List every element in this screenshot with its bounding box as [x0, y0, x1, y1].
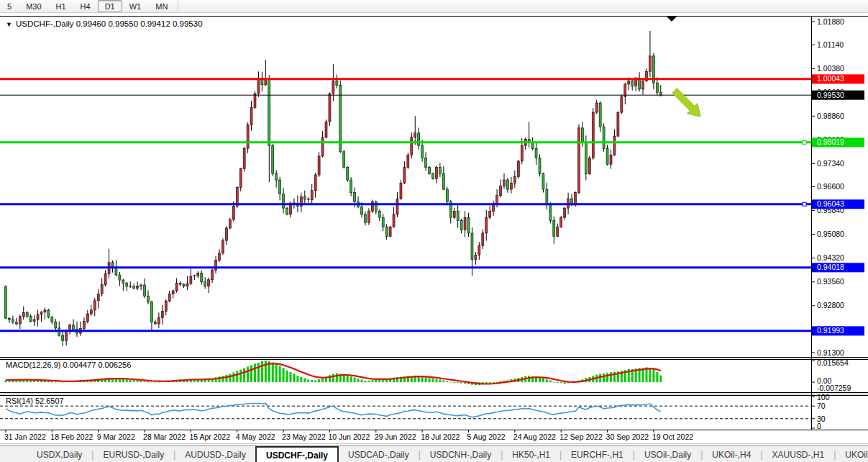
svg-text:70: 70 — [817, 402, 826, 410]
svg-text:0.99530: 0.99530 — [817, 91, 844, 99]
svg-text:0.93560: 0.93560 — [817, 277, 844, 286]
tab-usoil-daily[interactable]: USOil-,Daily — [635, 446, 700, 462]
rsi-label: RSI(14) 52.6507 — [6, 397, 64, 405]
svg-text:9 Mar 2022: 9 Mar 2022 — [97, 432, 135, 441]
tab-ukoil-h4[interactable]: UKOil-,H4 — [703, 446, 760, 462]
svg-text:0.95080: 0.95080 — [817, 230, 844, 238]
timeframe-button-w1[interactable]: W1 — [122, 0, 149, 12]
tab-usdcnh-daily[interactable]: USDCNH-,Daily — [421, 446, 501, 462]
svg-text:19 Oct 2022: 19 Oct 2022 — [652, 432, 693, 441]
svg-text:0: 0 — [817, 422, 821, 430]
timeframe-button-mn[interactable]: MN — [148, 0, 175, 12]
level-price-badge-0.94018: 0.94018 — [812, 263, 864, 272]
svg-text:0.91993: 0.91993 — [817, 326, 844, 335]
svg-text:12 Sep 2022: 12 Sep 2022 — [559, 432, 603, 441]
svg-text:18 Jul 2022: 18 Jul 2022 — [421, 432, 460, 441]
svg-text:1.01880: 1.01880 — [817, 17, 844, 26]
timeframe-button-d1[interactable]: D1 — [98, 0, 122, 12]
level-price-badge-0.91993: 0.91993 — [812, 326, 864, 335]
svg-text:1.00380: 1.00380 — [817, 64, 844, 73]
tab-hk50-h1[interactable]: HK50-,H1 — [503, 446, 559, 462]
svg-text:-0.007259: -0.007259 — [817, 384, 851, 392]
svg-text:0.97340: 0.97340 — [817, 159, 844, 168]
chart-title-text: USDCHF-,Daily 0.99460 0.99550 0.99412 0.… — [16, 19, 203, 28]
tab-xauusd-h1[interactable]: XAUUSD-,H1 — [763, 446, 834, 462]
chart-area[interactable]: 1.018801.011401.003800.996200.988600.981… — [0, 13, 868, 445]
tab-audusd-daily[interactable]: AUDUSD-,Daily — [175, 446, 255, 462]
symbol-tab-bar: USDX,Daily|EURUSD-,Daily|AUDUSD-,DailyUS… — [0, 445, 868, 462]
svg-text:0.96043: 0.96043 — [817, 199, 844, 208]
svg-text:30 Sep 2022: 30 Sep 2022 — [606, 432, 649, 441]
svg-text:23 May 2022: 23 May 2022 — [282, 432, 326, 441]
mt4-window: { "toolbar": { "timeframes": [ {"label":… — [0, 0, 868, 462]
level-price-badge-0.96043: 0.96043 — [812, 199, 864, 209]
level-price-badge-0.99530: 0.99530 — [812, 91, 864, 100]
level-line-handle[interactable] — [803, 140, 806, 144]
timeframe-button-h4[interactable]: H4 — [73, 0, 98, 12]
chart-title: ▼USDCHF-,Daily 0.99460 0.99550 0.99412 0… — [6, 19, 203, 28]
svg-text:0.98019: 0.98019 — [817, 137, 844, 146]
svg-text:100: 100 — [817, 393, 830, 402]
svg-text:29 Jun 2022: 29 Jun 2022 — [375, 432, 416, 441]
svg-text:0.94018: 0.94018 — [817, 263, 844, 271]
tab-ukoil-daily[interactable]: UKOil-,Daily — [836, 446, 868, 462]
svg-text:0.96600: 0.96600 — [817, 182, 844, 191]
toolbar-separator — [178, 1, 178, 11]
tab-eurusd-daily[interactable]: EURUSD-,Daily — [93, 446, 173, 462]
level-price-badge-0.98019: 0.98019 — [812, 137, 864, 147]
price-chart-canvas[interactable]: 1.018801.011401.003800.996200.988600.981… — [0, 13, 868, 445]
timeframe-button-5[interactable]: 5 — [0, 0, 19, 12]
svg-text:4 May 2022: 4 May 2022 — [236, 432, 275, 441]
svg-text:0.91300: 0.91300 — [817, 348, 844, 357]
svg-text:28 Mar 2022: 28 Mar 2022 — [143, 432, 186, 441]
tab-usdx-daily[interactable]: USDX,Daily — [27, 446, 91, 462]
timeframe-toolbar: 5M30H1H4D1W1MN — [0, 0, 868, 13]
tab-eurchf-h1[interactable]: EURCHF-,H1 — [562, 446, 633, 462]
level-price-badge-1.00043: 1.00043 — [812, 74, 864, 83]
svg-text:15 Apr 2022: 15 Apr 2022 — [189, 432, 230, 441]
svg-text:0.98860: 0.98860 — [817, 112, 844, 120]
macd-label: MACD(12,26,9) 0.004477 0.006256 — [6, 361, 131, 369]
level-line-handle[interactable] — [803, 202, 806, 206]
tab-usdchf-daily[interactable]: USDCHF-,Daily — [255, 446, 339, 462]
time-axis: 31 Jan 202218 Feb 20229 Mar 202228 Mar 2… — [4, 430, 693, 441]
symbol-dropdown-icon[interactable]: ▼ — [6, 21, 12, 28]
svg-text:1.00043: 1.00043 — [817, 74, 844, 83]
svg-text:31 Jan 2022: 31 Jan 2022 — [4, 432, 46, 441]
svg-text:24 Aug 2022: 24 Aug 2022 — [513, 432, 556, 441]
svg-text:1.01140: 1.01140 — [817, 40, 844, 49]
svg-text:18 Feb 2022: 18 Feb 2022 — [50, 432, 93, 441]
svg-text:5 Aug 2022: 5 Aug 2022 — [467, 432, 506, 441]
tab-usdcad-daily[interactable]: USDCAD-,Daily — [339, 446, 419, 462]
svg-text:0.015654: 0.015654 — [817, 358, 849, 367]
svg-text:0.92800: 0.92800 — [817, 301, 844, 309]
timeframe-button-m30[interactable]: M30 — [19, 0, 48, 12]
timeframe-button-h1[interactable]: H1 — [49, 0, 73, 12]
svg-text:10 Jun 2022: 10 Jun 2022 — [328, 432, 370, 441]
svg-text:0.94320: 0.94320 — [817, 253, 844, 262]
